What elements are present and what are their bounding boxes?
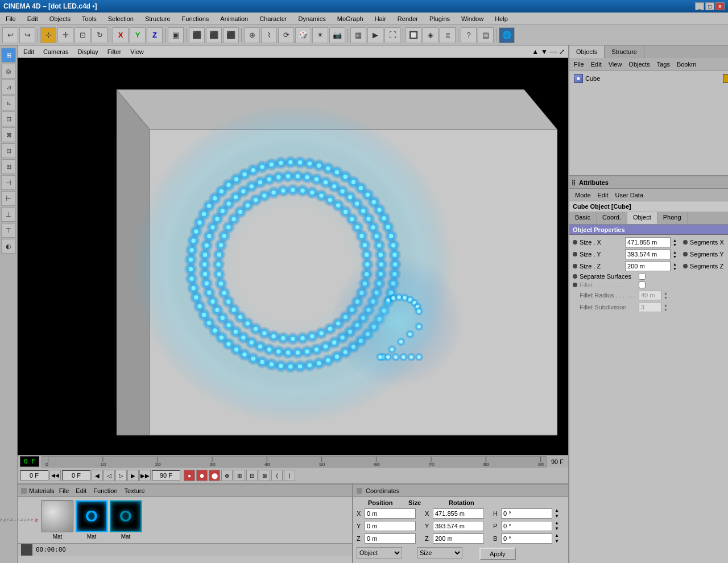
rot-h-up[interactable]: ▲ xyxy=(555,508,565,513)
obj-view[interactable]: View xyxy=(606,60,624,68)
obj-tags[interactable]: Tags xyxy=(655,60,672,68)
vp-icon-min[interactable]: — xyxy=(550,48,557,56)
size-y-input[interactable] xyxy=(433,521,484,531)
attr-sz-down[interactable]: ▼ xyxy=(673,267,681,271)
motion-btn2[interactable]: ⟩ xyxy=(284,470,295,481)
obj-file[interactable]: File xyxy=(572,60,586,68)
view-btn-9[interactable]: ⊣ xyxy=(1,175,16,190)
pos-y-input[interactable] xyxy=(365,521,416,531)
rot-b-input[interactable] xyxy=(501,533,552,544)
add-object[interactable]: ⊕ xyxy=(244,27,260,43)
rot-p-down[interactable]: ▼ xyxy=(555,526,565,531)
pos-x-input[interactable] xyxy=(365,508,416,519)
attr-sx-down[interactable]: ▼ xyxy=(673,243,681,247)
vp-filter[interactable]: Filter xyxy=(105,47,123,56)
vp-display[interactable]: Display xyxy=(76,47,101,56)
add-light[interactable]: ☀ xyxy=(312,27,328,43)
play-btn-start[interactable]: ◀◀ xyxy=(49,470,61,481)
menu-mograph[interactable]: MoGraph xyxy=(334,14,367,23)
point-mode[interactable]: ⬛ xyxy=(189,27,205,43)
record-btn[interactable]: ● xyxy=(184,470,195,481)
object-mode[interactable]: ▣ xyxy=(168,27,184,43)
attr-input-sz[interactable] xyxy=(625,261,671,271)
lock-z[interactable]: Z xyxy=(147,27,163,43)
edge-mode[interactable]: ⬛ xyxy=(206,27,222,43)
view-btn-5[interactable]: ⊡ xyxy=(1,111,16,126)
rot-p-input[interactable] xyxy=(501,521,552,531)
view-btn-12[interactable]: ⊤ xyxy=(1,223,16,238)
unknown-btn[interactable]: ▤ xyxy=(478,27,494,43)
size-mode-select[interactable]: Size Scale xyxy=(417,547,462,558)
view-btn-6[interactable]: ⊠ xyxy=(1,127,16,142)
menu-dynamics[interactable]: Dynamics xyxy=(295,14,329,23)
obj-edit[interactable]: Edit xyxy=(589,60,604,68)
add-spline[interactable]: ⌇ xyxy=(261,27,277,43)
obj-objects[interactable]: Objects xyxy=(626,60,652,68)
measure-tool[interactable]: ⧖ xyxy=(440,27,456,43)
play-backward-btn[interactable]: ◁ xyxy=(104,470,115,481)
close-button[interactable]: × xyxy=(715,2,725,10)
vp-cameras[interactable]: Cameras xyxy=(41,47,71,56)
attr-input-sx[interactable] xyxy=(625,237,671,247)
attr-tab-phong[interactable]: Phong xyxy=(657,212,688,224)
vp-icon-max[interactable]: ⤢ xyxy=(559,48,565,56)
attr-input-fillet-radius[interactable] xyxy=(639,290,661,300)
3d-viewport[interactable] xyxy=(18,58,568,455)
attr-mode-mode[interactable]: Mode xyxy=(572,191,594,199)
mat-menu-function[interactable]: Function xyxy=(91,486,119,495)
record-btn2[interactable]: ⏺ xyxy=(196,470,208,481)
menu-plugins[interactable]: Plugins xyxy=(426,14,453,23)
motion-btn[interactable]: ⟨ xyxy=(271,470,283,481)
attr-tab-object[interactable]: Object xyxy=(627,212,657,224)
pos-z-input[interactable] xyxy=(365,533,416,544)
menu-character[interactable]: Character xyxy=(256,14,290,23)
end-frame-input[interactable] xyxy=(152,470,180,481)
move-tool[interactable]: ✛ xyxy=(57,27,73,43)
object-item-cube[interactable]: ■ Cube xyxy=(572,73,728,84)
tag-1[interactable] xyxy=(723,74,728,83)
attr-input-sy[interactable] xyxy=(625,249,671,259)
lock-x[interactable]: X xyxy=(113,27,129,43)
material-item-1[interactable]: Mat xyxy=(42,500,73,540)
attr-tab-coord[interactable]: Coord. xyxy=(597,212,627,224)
keyframe-btn3[interactable]: ⊟ xyxy=(246,470,258,481)
menu-animation[interactable]: Animation xyxy=(217,14,251,23)
view-btn-3[interactable]: ⊿ xyxy=(1,80,16,94)
minimize-button[interactable]: _ xyxy=(695,2,704,10)
current-frame-input[interactable] xyxy=(62,470,90,481)
menu-objects[interactable]: Objects xyxy=(46,14,74,23)
mat-menu-texture[interactable]: Texture xyxy=(122,486,147,495)
window-controls[interactable]: _ □ × xyxy=(695,2,725,10)
viewport-canvas[interactable] xyxy=(18,58,568,455)
material-item-3[interactable]: O Mat xyxy=(110,500,142,540)
view-btn-2[interactable]: ◎ xyxy=(1,64,16,78)
tab-objects[interactable]: Objects xyxy=(569,45,605,58)
obj-bookm[interactable]: Bookm xyxy=(675,60,698,68)
render-all[interactable]: ⛶ xyxy=(384,27,400,43)
render-settings[interactable]: 🌐 xyxy=(499,27,515,43)
view-btn-8[interactable]: ⊞ xyxy=(1,159,16,174)
add-generator[interactable]: 🎲 xyxy=(295,27,311,43)
start-frame-input[interactable] xyxy=(20,470,48,481)
view-btn-7[interactable]: ⊟ xyxy=(1,143,16,158)
snap-tool[interactable]: 🔲 xyxy=(406,27,421,43)
play-forward-btn[interactable]: ▷ xyxy=(115,470,127,481)
vp-edit[interactable]: Edit xyxy=(21,47,36,56)
material-item-2[interactable]: O Mat xyxy=(76,500,107,540)
menu-structure[interactable]: Structure xyxy=(142,14,174,23)
attr-sx-up[interactable]: ▲ xyxy=(673,238,681,242)
magnet-tool[interactable]: ◈ xyxy=(423,27,439,43)
attr-check-fillet[interactable] xyxy=(639,282,646,288)
vp-icon-down[interactable]: ▼ xyxy=(541,48,548,56)
add-camera[interactable]: 📷 xyxy=(329,27,345,43)
attr-input-fillet-subdiv[interactable] xyxy=(639,302,661,312)
rot-p-up[interactable]: ▲ xyxy=(555,520,565,525)
size-x-input[interactable] xyxy=(433,508,484,519)
view-btn-11[interactable]: ⊥ xyxy=(1,207,16,222)
vp-view[interactable]: View xyxy=(128,47,146,56)
lock-y[interactable]: Y xyxy=(130,27,146,43)
menu-help[interactable]: Help xyxy=(491,14,511,23)
view-btn-10[interactable]: ⊢ xyxy=(1,191,16,206)
menu-file[interactable]: File xyxy=(2,14,19,23)
select-tool[interactable]: ⊹ xyxy=(40,27,56,43)
